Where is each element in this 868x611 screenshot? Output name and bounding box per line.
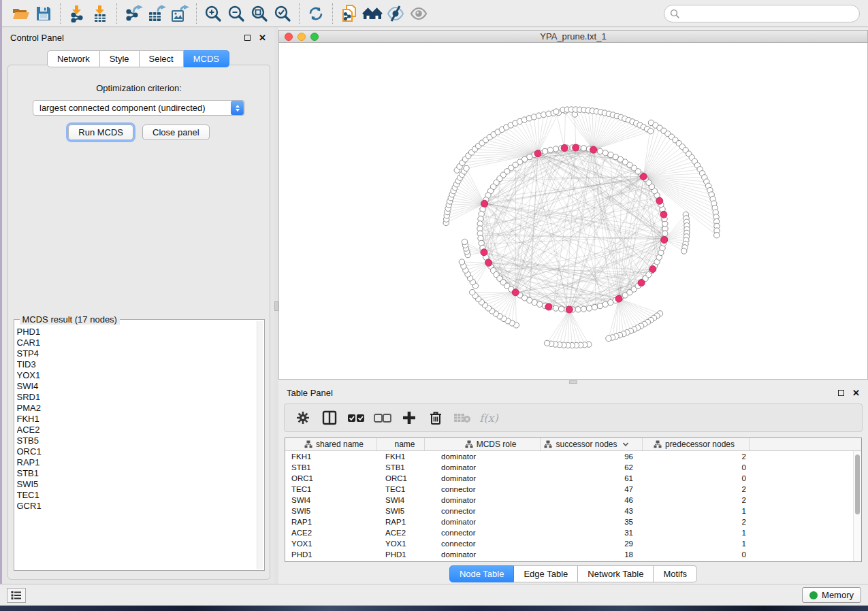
table-cell[interactable]: RAP1 bbox=[377, 516, 425, 527]
table-cell[interactable]: 46 bbox=[541, 495, 643, 506]
table-cell[interactable]: 2 bbox=[643, 451, 750, 462]
minimize-window-icon[interactable] bbox=[298, 33, 306, 41]
table-cell[interactable]: connector bbox=[425, 506, 541, 516]
table-cell[interactable]: STB1 bbox=[285, 462, 377, 473]
column-header-mcds-role[interactable]: MCDS role bbox=[425, 438, 541, 450]
close-panel-icon[interactable]: ✕ bbox=[259, 35, 266, 41]
table-cell[interactable]: dominator bbox=[425, 451, 541, 462]
mcds-result-item[interactable]: YOX1 bbox=[17, 370, 255, 381]
table-cell[interactable]: 18 bbox=[541, 549, 643, 560]
zoom-selected-button[interactable] bbox=[271, 3, 294, 24]
export-table-button[interactable] bbox=[145, 3, 168, 24]
network-canvas[interactable] bbox=[278, 43, 868, 380]
mcds-result-item[interactable]: CAR1 bbox=[17, 337, 255, 348]
mcds-result-item[interactable]: PMA2 bbox=[17, 403, 255, 414]
mcds-result-item[interactable]: STB1 bbox=[17, 468, 255, 479]
mcds-result-item[interactable]: TEC1 bbox=[17, 490, 255, 501]
mcds-result-item[interactable]: FKH1 bbox=[17, 414, 255, 425]
network-titlebar[interactable]: YPA_prune.txt_1 bbox=[278, 30, 868, 43]
mcds-result-item[interactable]: SWI4 bbox=[17, 381, 255, 392]
memory-button[interactable]: Memory bbox=[802, 587, 861, 603]
delete-column-button[interactable] bbox=[425, 408, 446, 428]
select-all-button[interactable] bbox=[346, 408, 366, 428]
mcds-result-item[interactable]: TID3 bbox=[17, 359, 255, 370]
table-cell[interactable]: 1 bbox=[643, 538, 750, 549]
table-cell[interactable]: ACE2 bbox=[377, 527, 425, 538]
table-row[interactable]: SWI4SWI4dominator462 bbox=[285, 495, 861, 506]
task-history-button[interactable] bbox=[7, 588, 26, 603]
mcds-result-item[interactable]: ORC1 bbox=[17, 446, 255, 457]
column-header-shared-name[interactable]: shared name bbox=[285, 438, 377, 450]
table-row[interactable]: FKH1FKH1dominator962 bbox=[285, 451, 861, 462]
mcds-result-item[interactable]: STP4 bbox=[17, 348, 255, 359]
tab-network[interactable]: Network bbox=[47, 50, 100, 67]
table-cell[interactable]: 1 bbox=[643, 506, 750, 516]
export-network-button[interactable] bbox=[122, 3, 145, 24]
table-cell[interactable]: PHD1 bbox=[285, 549, 377, 560]
mcds-result-item[interactable]: GCR1 bbox=[17, 501, 255, 512]
mcds-result-item[interactable]: SRD1 bbox=[17, 392, 255, 403]
refresh-view-button[interactable] bbox=[304, 3, 327, 24]
import-network-button[interactable] bbox=[65, 3, 89, 24]
table-cell[interactable]: 2 bbox=[643, 516, 750, 527]
table-cell[interactable]: connector bbox=[425, 484, 541, 495]
deselect-all-button[interactable] bbox=[372, 408, 393, 428]
first-neighbors-button[interactable] bbox=[361, 3, 384, 24]
table-cell[interactable]: 0 bbox=[643, 473, 750, 484]
table-cell[interactable]: TEC1 bbox=[285, 484, 377, 495]
show-all-button[interactable] bbox=[407, 3, 430, 24]
table-row[interactable]: YOX1YOX1connector291 bbox=[285, 538, 861, 549]
horizontal-splitter[interactable] bbox=[278, 380, 868, 384]
close-window-icon[interactable] bbox=[285, 33, 293, 41]
search-field[interactable] bbox=[664, 5, 860, 22]
mcds-result-item[interactable]: PHD1 bbox=[17, 327, 255, 337]
new-network-from-selection-button[interactable] bbox=[338, 3, 361, 24]
table-cell[interactable]: SWI4 bbox=[285, 495, 377, 506]
zoom-window-icon[interactable] bbox=[310, 33, 319, 41]
import-table-button[interactable] bbox=[89, 3, 112, 24]
open-file-button[interactable] bbox=[9, 3, 32, 24]
table-cell[interactable]: STB1 bbox=[377, 462, 425, 473]
column-header-successor-nodes[interactable]: successor nodes bbox=[541, 438, 643, 450]
table-cell[interactable]: YOX1 bbox=[377, 538, 425, 549]
table-cell[interactable]: YOX1 bbox=[285, 538, 377, 549]
tab-edge-table[interactable]: Edge Table bbox=[514, 565, 578, 582]
table-cell[interactable]: 2 bbox=[643, 484, 750, 495]
table-scrollbar[interactable] bbox=[853, 451, 861, 561]
mcds-list-scrollbar[interactable] bbox=[257, 321, 263, 569]
table-cell[interactable]: 62 bbox=[541, 462, 643, 473]
table-cell[interactable]: 43 bbox=[541, 506, 643, 516]
table-cell[interactable]: 61 bbox=[541, 473, 643, 484]
zoom-out-button[interactable] bbox=[225, 3, 248, 24]
table-cell[interactable]: connector bbox=[425, 527, 541, 538]
table-cell[interactable]: connector bbox=[425, 538, 541, 549]
tab-style[interactable]: Style bbox=[100, 50, 140, 67]
mcds-result-item[interactable]: SWI5 bbox=[17, 479, 255, 490]
delete-table-button[interactable] bbox=[452, 408, 472, 428]
tab-network-table[interactable]: Network Table bbox=[578, 565, 654, 582]
table-cell[interactable]: 2 bbox=[643, 495, 750, 506]
close-panel-icon[interactable]: ✕ bbox=[852, 390, 860, 396]
table-cell[interactable]: PHD1 bbox=[377, 549, 425, 560]
table-cell[interactable]: dominator bbox=[425, 462, 541, 473]
export-image-button[interactable] bbox=[168, 3, 191, 24]
function-builder-button[interactable]: f(x) bbox=[479, 408, 499, 428]
column-header-predecessor-nodes[interactable]: predecessor nodes bbox=[643, 438, 750, 450]
hide-selected-button[interactable] bbox=[384, 3, 407, 24]
run-mcds-button[interactable]: Run MCDS bbox=[68, 125, 133, 140]
table-cell[interactable]: FKH1 bbox=[377, 451, 425, 462]
table-cell[interactable]: ACE2 bbox=[285, 527, 377, 538]
criterion-select[interactable]: largest connected component (undirected) bbox=[33, 100, 245, 116]
tab-motifs[interactable]: Motifs bbox=[654, 565, 697, 582]
table-row[interactable]: ORC1ORC1dominator610 bbox=[285, 473, 861, 484]
table-cell[interactable]: 0 bbox=[643, 549, 750, 560]
table-row[interactable]: TEC1TEC1connector472 bbox=[285, 484, 861, 495]
mcds-result-list[interactable]: PHD1CAR1STP4TID3YOX1SWI4SRD1PMA2FKH1ACE2… bbox=[17, 327, 255, 567]
table-cell[interactable]: ORC1 bbox=[285, 473, 377, 484]
show-columns-button[interactable] bbox=[319, 408, 340, 428]
table-row[interactable]: SWI5SWI5connector431 bbox=[285, 506, 861, 516]
mcds-result-item[interactable]: STB5 bbox=[17, 435, 255, 446]
table-row[interactable]: PHD1PHD1dominator180 bbox=[285, 549, 861, 560]
table-cell[interactable]: 96 bbox=[541, 451, 643, 462]
table-cell[interactable]: 0 bbox=[643, 462, 750, 473]
